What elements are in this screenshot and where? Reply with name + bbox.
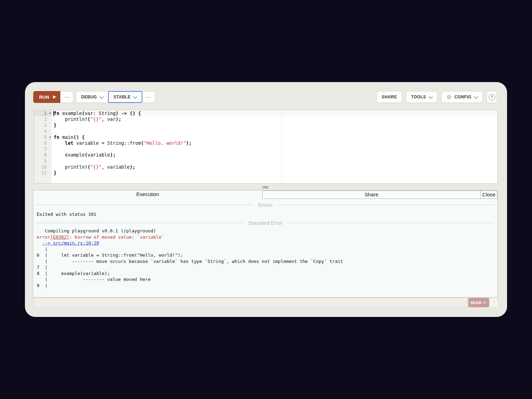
build-options-group: DEBUG STABLE ···	[76, 91, 155, 103]
stderr-line: 9 |	[37, 283, 497, 289]
code-line[interactable]	[54, 158, 497, 164]
code-token	[135, 110, 138, 116]
code-token	[127, 110, 130, 116]
divider	[37, 223, 243, 223]
stderr-text: Compiling playground v0.0.1 (/playground…	[37, 228, 156, 233]
errors-header-label: Errors	[253, 202, 278, 208]
code-token: {	[82, 134, 85, 140]
code-token: , var	[101, 116, 116, 122]
toolbar-right: SHARE TOOLS ⚙ CONFIG ?	[376, 91, 497, 103]
stderr-text: 7 |	[37, 265, 47, 270]
tools-dropdown-button[interactable]: TOOLS	[406, 91, 437, 103]
config-dropdown-button[interactable]: ⚙ CONFIG	[441, 91, 483, 103]
playground-window: RUN ··· DEBUG STABLE ···	[25, 82, 507, 317]
gutter-line-number: 2	[34, 116, 52, 122]
code-token: fn	[54, 134, 59, 140]
code-token: !(	[85, 116, 90, 122]
stderr-line: |	[37, 246, 497, 252]
run-button[interactable]: RUN	[33, 91, 61, 103]
gear-icon: ⚙	[446, 94, 452, 100]
code-line[interactable]	[54, 146, 497, 152]
fold-caret-icon[interactable]: ▾	[49, 110, 51, 116]
code-token: )	[116, 110, 118, 116]
code-line[interactable]: }	[54, 170, 497, 176]
chevron-down-icon	[428, 94, 433, 99]
chevron-down-icon	[99, 94, 104, 99]
divider	[37, 205, 253, 205]
return-arrow-icon: ↵	[483, 300, 487, 305]
stderr-text	[37, 240, 42, 246]
panel-resize-handle[interactable]	[263, 186, 268, 189]
code-token: fn	[54, 110, 59, 116]
fold-caret-icon[interactable]: ▾	[49, 134, 51, 140]
code-line[interactable]: example(variable);	[54, 152, 497, 158]
code-token: println	[54, 164, 85, 170]
run-more-button[interactable]: ···	[60, 91, 73, 103]
code-token: (	[141, 140, 144, 146]
code-token: );	[130, 164, 135, 170]
code-token: var: String	[85, 110, 115, 116]
close-output-button[interactable]: Close	[481, 190, 497, 199]
build-more-button[interactable]: ···	[142, 91, 155, 103]
run-button-label: RUN	[39, 95, 49, 100]
code-line[interactable]	[54, 128, 497, 134]
code-token: example	[54, 152, 85, 158]
editor-code[interactable]: fn example(var: String) -> () { println!…	[52, 110, 497, 183]
share-button[interactable]: SHARE	[376, 91, 402, 103]
code-token: );	[116, 116, 121, 122]
code-line[interactable]: }	[54, 122, 497, 128]
errors-section-header: Errors	[37, 202, 494, 208]
code-token: ()	[130, 110, 135, 116]
code-editor[interactable]: 1▾2345▾67891011 fn example(var: String) …	[34, 110, 498, 184]
config-label: CONFIG	[454, 95, 471, 99]
code-line[interactable]: let variable = String::from("Hello, worl…	[54, 140, 497, 146]
tab-share[interactable]: Share	[262, 190, 481, 199]
gutter-line-number: 10	[34, 164, 52, 170]
code-token: "Hello, world!"	[144, 140, 186, 146]
stderr-line: | -------- value moved here	[37, 276, 497, 283]
code-token: );	[186, 140, 192, 146]
desktop-background: RUN ··· DEBUG STABLE ···	[0, 0, 532, 399]
code-token	[118, 110, 121, 116]
code-line[interactable]: println!("{}", var);	[54, 116, 497, 122]
gutter-line-number: 1▾	[34, 110, 52, 116]
chevron-down-icon	[474, 94, 478, 99]
code-token: "{}"	[90, 164, 102, 170]
stdin-input[interactable]	[33, 298, 467, 307]
help-button[interactable]: ?	[487, 91, 497, 103]
stderr-text: | -------- move occurs because `variable…	[37, 259, 343, 264]
text-cursor	[53, 111, 54, 116]
gutter-line-number: 5▾	[34, 134, 52, 140]
output-tab-row: Execution Share Close	[33, 190, 497, 199]
stderr-text: 6 | let variable = String::from("Hello, …	[37, 252, 183, 258]
stderr-line: | -------- move occurs because `variable…	[37, 258, 497, 265]
gutter-line-number: 11	[34, 170, 52, 176]
channel-dropdown-button[interactable]: STABLE	[108, 91, 143, 103]
gutter-line-number: 8	[34, 152, 52, 158]
stderr-line: 8 | example(variable);	[37, 271, 497, 277]
code-line[interactable]: fn example(var: String) -> () {	[54, 110, 497, 116]
code-token: variable = String::from	[73, 140, 141, 146]
send-button[interactable]: SEND ↵	[468, 298, 489, 307]
gutter-line-number: 9	[34, 158, 52, 164]
code-line[interactable]: fn main() {	[54, 134, 497, 140]
code-token: variable	[88, 152, 110, 158]
send-label: SEND	[470, 301, 482, 305]
question-mark-icon: ?	[489, 94, 495, 100]
gutter-line-number: 4	[34, 128, 52, 134]
code-token: !(	[85, 164, 90, 170]
tab-execution[interactable]: Execution	[33, 190, 262, 199]
ellipsis-icon: ···	[146, 95, 151, 100]
toolbar: RUN ··· DEBUG STABLE ···	[33, 91, 497, 103]
code-token: }	[54, 122, 56, 128]
stderr-text: 8 | example(variable);	[37, 271, 110, 276]
ellipsis-icon: ···	[64, 95, 70, 100]
mode-dropdown-button[interactable]: DEBUG	[76, 91, 108, 103]
stderr-line: 7 |	[37, 264, 497, 271]
gutter-line-number: 3	[34, 122, 52, 128]
error-code-link[interactable]: [E0382]	[50, 234, 69, 240]
stderr-text: : borrow of moved value: `variable`	[69, 234, 164, 240]
source-location-link[interactable]: --> src/main.rs:10:20	[42, 240, 99, 246]
stdin-menu-button[interactable]: ⋮	[490, 298, 498, 307]
code-line[interactable]: println!("{}", variable);	[54, 164, 497, 170]
